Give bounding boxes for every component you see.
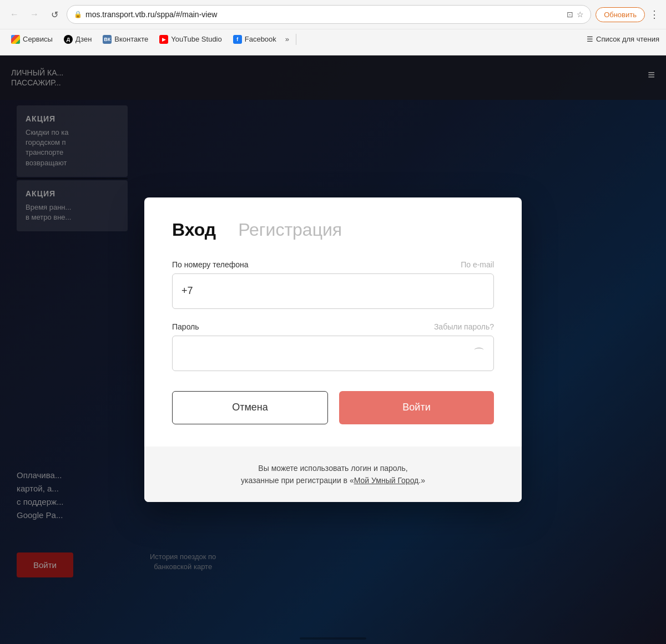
- bookmark-facebook-label: Facebook: [245, 35, 276, 43]
- phone-section: По номеру телефона По e-mail: [172, 260, 494, 309]
- footer-text-middle: указанные при регистрации в «: [241, 476, 354, 485]
- facebook-icon: f: [233, 35, 242, 44]
- password-label: Пароль: [172, 322, 199, 331]
- reading-list-button[interactable]: ☰ Список для чтения: [587, 35, 659, 43]
- password-input-wrapper[interactable]: ⌒: [172, 336, 494, 371]
- more-bookmarks-button[interactable]: »: [283, 33, 291, 45]
- bookmark-services-label: Сервисы: [23, 35, 53, 43]
- tab-register[interactable]: Регистрация: [238, 220, 342, 240]
- smart-city-link[interactable]: Мой Умный Город: [354, 476, 419, 485]
- phone-input[interactable]: [181, 285, 485, 297]
- forgot-password-link[interactable]: Забыли пароль?: [434, 322, 494, 331]
- modal-tabs: Вход Регистрация: [172, 220, 494, 240]
- back-button[interactable]: ←: [7, 7, 22, 22]
- password-label-row: Пароль Забыли пароль?: [172, 322, 494, 331]
- modal-body: Вход Регистрация По номеру телефона По e…: [144, 197, 522, 447]
- tab-login[interactable]: Вход: [172, 220, 216, 240]
- page-background: ЛИЧНЫЙ КА... ПАССАЖИР... ≡ АКЦИЯ Скидки …: [0, 55, 666, 644]
- email-tab[interactable]: По e-mail: [461, 260, 494, 269]
- forward-button[interactable]: →: [27, 7, 42, 22]
- phone-label: По номеру телефона: [172, 260, 249, 269]
- footer-text: Вы можете использовать логин и пароль, у…: [172, 462, 494, 487]
- update-button[interactable]: Обновить: [596, 7, 645, 22]
- cancel-button[interactable]: Отмена: [172, 391, 328, 424]
- footer-text-after: .»: [418, 476, 425, 485]
- services-icon: [11, 35, 20, 44]
- address-bar[interactable]: 🔒 mos.transport.vtb.ru/sppa/#/main-view …: [67, 5, 591, 24]
- dzen-icon: Д: [64, 35, 73, 44]
- login-submit-button[interactable]: Войти: [339, 391, 494, 424]
- reading-list-label: Список для чтения: [596, 35, 659, 43]
- phone-label-row: По номеру телефона По e-mail: [172, 260, 494, 269]
- browser-toolbar: ← → ↺ 🔒 mos.transport.vtb.ru/sppa/#/main…: [0, 0, 666, 29]
- youtube-icon: ▶: [159, 35, 168, 44]
- bookmark-youtube-label: YouTube Studio: [171, 35, 222, 43]
- refresh-button[interactable]: ↺: [47, 7, 62, 22]
- password-input[interactable]: [181, 347, 485, 359]
- login-modal: Вход Регистрация По номеру телефона По e…: [144, 197, 522, 503]
- lock-icon: 🔒: [74, 11, 82, 18]
- bookmark-services[interactable]: Сервисы: [7, 33, 57, 46]
- modal-overlay: Вход Регистрация По номеру телефона По e…: [0, 55, 666, 644]
- browser-chrome: ← → ↺ 🔒 mos.transport.vtb.ru/sppa/#/main…: [0, 0, 666, 55]
- buttons-row: Отмена Войти: [172, 391, 494, 424]
- vk-icon: ВК: [103, 35, 112, 44]
- bookmarks-bar: Сервисы Д Дзен ВК Вконтакте ▶ YouTube St…: [0, 29, 666, 49]
- bookmark-dzen-label: Дзен: [75, 35, 92, 43]
- browser-actions: Обновить ⋮: [596, 7, 659, 22]
- phone-input-wrapper[interactable]: [172, 273, 494, 309]
- bookmark-vk[interactable]: ВК Вконтакте: [98, 33, 153, 46]
- footer-text-before: Вы можете использовать логин и пароль,: [258, 464, 407, 473]
- reading-list-icon: ☰: [587, 35, 593, 43]
- translate-icon[interactable]: ⊡: [567, 10, 573, 19]
- more-button[interactable]: ⋮: [649, 8, 659, 21]
- bookmark-vk-label: Вконтакте: [114, 35, 148, 43]
- password-section: Пароль Забыли пароль? ⌒: [172, 322, 494, 371]
- url-text: mos.transport.vtb.ru/sppa/#/main-view: [85, 10, 563, 19]
- bookmark-youtube[interactable]: ▶ YouTube Studio: [155, 33, 226, 46]
- bookmarks-separator: [296, 34, 296, 45]
- eye-icon[interactable]: ⌒: [473, 346, 485, 361]
- modal-footer: Вы можете использовать логин и пароль, у…: [144, 447, 522, 503]
- star-icon[interactable]: ☆: [577, 10, 584, 19]
- bookmark-facebook[interactable]: f Facebook: [229, 33, 281, 46]
- bookmark-dzen[interactable]: Д Дзен: [59, 33, 96, 46]
